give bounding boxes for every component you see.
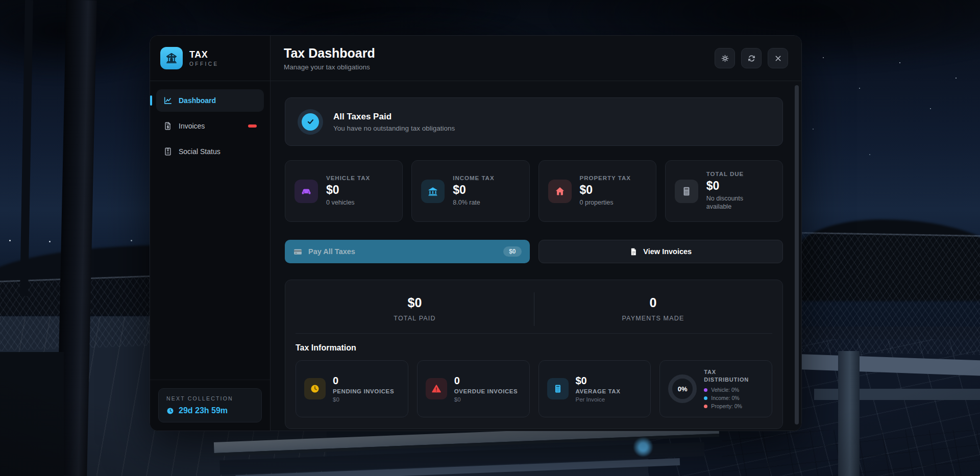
logo-title: TAX	[189, 49, 219, 60]
legend-dot	[704, 388, 707, 392]
house-icon	[548, 180, 572, 203]
clock-icon	[166, 407, 174, 415]
payments-made-label: PAYMENTS MADE	[534, 315, 772, 322]
tax-stat-cards: VEHICLE TAX $0 0 vehicles INCO	[285, 160, 783, 222]
legend-label: Income: 0%	[711, 395, 739, 401]
legend-label: Property: 0%	[711, 403, 742, 409]
check-icon	[302, 113, 319, 131]
sidebar-item-dashboard[interactable]: Dashboard	[156, 89, 264, 112]
stat-sub: 0 vehicles	[326, 199, 370, 207]
page-subtitle: Manage your tax obligations	[284, 63, 375, 71]
vertical-divider	[534, 292, 534, 326]
info-sub: Per Invoice	[576, 396, 621, 403]
pending-invoices-card: 0 PENDING INVOICES $0	[296, 360, 408, 417]
sidebar-item-invoices[interactable]: Invoices	[156, 115, 264, 137]
sidebar-item-label: Invoices	[179, 122, 205, 130]
calculator-icon	[547, 378, 569, 399]
banner-subtitle: You have no outstanding tax obligations	[333, 124, 455, 132]
invoices-badge	[248, 124, 257, 128]
close-icon	[774, 55, 782, 62]
payments-made-stat: 0 PAYMENTS MADE	[534, 295, 772, 322]
id-card-icon	[163, 147, 173, 156]
status-circle	[298, 109, 323, 135]
horizontal-divider	[296, 333, 772, 334]
distribution-text: TAX DISTRIBUTION Vehicle: 0% Income: 0%	[704, 368, 755, 410]
stat-label: TOTAL DUE	[706, 171, 763, 177]
total-paid-label: TOTAL PAID	[296, 315, 534, 322]
tax-information-cards: 0 PENDING INVOICES $0	[296, 360, 772, 417]
info-label: OVERDUE INVOICES	[454, 388, 518, 394]
info-value: 0	[333, 375, 394, 387]
stat-text: VEHICLE TAX $0 0 vehicles	[326, 175, 370, 207]
banner-title: All Taxes Paid	[333, 112, 455, 122]
stat-sub: 8.0% rate	[453, 199, 494, 207]
info-sub: $0	[454, 396, 518, 403]
stat-value: $0	[326, 183, 370, 197]
pay-all-taxes-button[interactable]: Pay All Taxes $0	[285, 240, 530, 263]
legend-item-income: Income: 0%	[704, 395, 755, 401]
active-indicator	[150, 95, 152, 106]
car-icon	[295, 180, 318, 203]
stat-value: $0	[706, 179, 763, 193]
gear-icon	[721, 54, 729, 63]
info-value: $0	[576, 375, 621, 387]
calculator-icon	[675, 180, 698, 203]
stat-text: PROPERTY TAX $0 0 properties	[580, 175, 631, 207]
sidebar-item-label: Social Status	[179, 147, 220, 156]
average-tax-card: $0 AVERAGE TAX Per Invoice	[538, 360, 651, 417]
file-invoice-icon	[629, 247, 638, 256]
sidebar-item-social-status[interactable]: Social Status	[156, 140, 264, 163]
scrollbar-thumb[interactable]	[795, 85, 799, 424]
bank-logo-icon	[160, 47, 183, 69]
info-label: AVERAGE TAX	[576, 388, 621, 394]
refresh-icon	[747, 54, 756, 63]
next-collection-card: NEXT COLLECTION 29d 23h 59m	[158, 388, 262, 422]
tax-office-panel: TAX OFFICE Dashboard	[150, 35, 802, 431]
clock-icon	[304, 378, 326, 399]
refresh-button[interactable]	[741, 48, 762, 68]
bank-icon	[421, 180, 445, 203]
sidebar-item-label: Dashboard	[179, 96, 216, 105]
logo-text: TAX OFFICE	[189, 49, 219, 67]
overdue-invoices-card: 0 OVERDUE INVOICES $0	[417, 360, 530, 417]
stat-label: INCOME TAX	[453, 175, 494, 181]
info-text: $0 AVERAGE TAX Per Invoice	[576, 375, 621, 403]
sidebar-footer: NEXT COLLECTION 29d 23h 59m	[150, 380, 270, 431]
sidebar-nav: Dashboard Invoices	[150, 81, 270, 171]
info-text: 0 OVERDUE INVOICES $0	[454, 375, 518, 403]
info-value: 0	[454, 375, 518, 387]
info-label: PENDING INVOICES	[333, 388, 394, 394]
header-titles: Tax Dashboard Manage your tax obligation…	[284, 46, 375, 71]
file-invoice-dollar-icon	[163, 121, 173, 131]
settings-button[interactable]	[715, 48, 735, 68]
legend-item-property: Property: 0%	[704, 403, 755, 409]
dashboard-content: All Taxes Paid You have no outstanding t…	[271, 81, 801, 431]
vehicle-tax-card: VEHICLE TAX $0 0 vehicles	[285, 160, 403, 222]
payments-made-value: 0	[534, 295, 772, 310]
stat-label: VEHICLE TAX	[326, 175, 370, 181]
tax-distribution-donut: 0%	[668, 374, 697, 403]
chart-line-icon	[163, 96, 173, 105]
credit-card-icon	[293, 247, 303, 257]
close-button[interactable]	[768, 48, 788, 68]
pay-amount-badge: $0	[503, 246, 521, 257]
legend-dot	[704, 396, 707, 400]
stat-value: $0	[453, 183, 494, 197]
legend-item-vehicle: Vehicle: 0%	[704, 387, 755, 393]
stat-sub: No discounts available	[706, 195, 763, 211]
logo-subtitle: OFFICE	[189, 61, 219, 67]
app-logo: TAX OFFICE	[150, 36, 270, 81]
sidebar: TAX OFFICE Dashboard	[150, 36, 271, 431]
donut-value: 0%	[678, 385, 688, 393]
action-buttons: Pay All Taxes $0 View Invoices	[285, 240, 783, 263]
next-collection-value: 29d 23h 59m	[179, 406, 228, 415]
legend-dot	[704, 405, 707, 408]
main-area: Tax Dashboard Manage your tax obligation…	[271, 36, 801, 431]
total-due-card: TOTAL DUE $0 No discounts available	[665, 160, 783, 222]
view-invoices-button[interactable]: View Invoices	[538, 240, 783, 263]
summary-card: $0 TOTAL PAID 0 PAYMENTS MADE Tax Inform…	[285, 280, 783, 429]
stat-value: $0	[580, 183, 631, 197]
stat-text: INCOME TAX $0 8.0% rate	[453, 175, 494, 207]
banner-text: All Taxes Paid You have no outstanding t…	[333, 112, 455, 132]
total-paid-value: $0	[296, 295, 534, 310]
